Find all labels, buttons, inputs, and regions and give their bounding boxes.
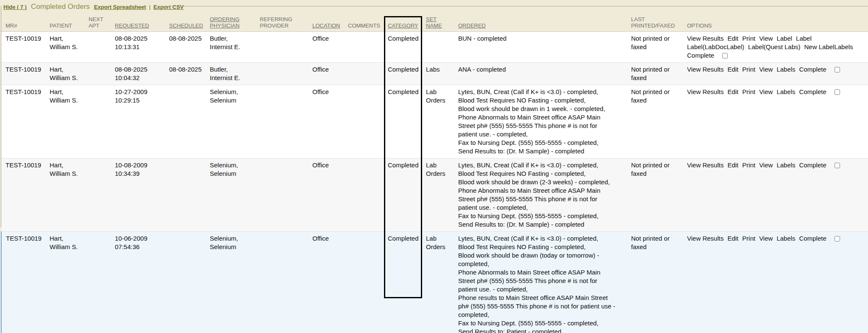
cell-requested: 10-08-200910:34:39 bbox=[112, 158, 167, 231]
option-view[interactable]: View bbox=[759, 235, 773, 242]
cell-patient: Hart,William S. bbox=[47, 62, 86, 85]
cell-category: Completed bbox=[385, 62, 423, 85]
cell-mr: TEST-10019 bbox=[1, 31, 47, 62]
option-complete[interactable]: Complete bbox=[687, 52, 714, 59]
cell-category: Completed bbox=[385, 158, 423, 231]
cell-last-printed: Not printed or faxed bbox=[629, 85, 684, 158]
completed-orders-page: Hide ( 7 ) Completed Orders Export Sprea… bbox=[0, 0, 868, 333]
cell-set-name bbox=[423, 31, 456, 62]
cell-location: Office bbox=[310, 85, 345, 158]
cell-category: Completed bbox=[385, 231, 423, 333]
cell-referring-provider bbox=[257, 85, 310, 158]
complete-checkbox[interactable] bbox=[835, 163, 840, 168]
option-view[interactable]: View bbox=[759, 161, 773, 169]
column-header-category[interactable]: CATEGORY bbox=[385, 13, 423, 31]
order-row: TEST-10019Hart,William S.10-08-200910:34… bbox=[1, 158, 868, 231]
title-separator: | bbox=[149, 4, 150, 10]
cell-ordering-physician: Selenium,Selenium bbox=[207, 158, 257, 231]
column-header-scheduled[interactable]: SCHEDULED bbox=[167, 13, 207, 31]
option-label-quest-labs[interactable]: Label(Quest Labs) bbox=[748, 43, 800, 50]
option-labels[interactable]: Labels bbox=[776, 161, 795, 169]
cell-ordering-physician: Butler,Internist E. bbox=[207, 62, 257, 85]
option-label-labdoclabel[interactable]: Label(LabDocLabel) bbox=[687, 43, 744, 50]
option-print[interactable]: Print bbox=[742, 66, 755, 73]
option-print[interactable]: Print bbox=[742, 235, 755, 242]
option-view[interactable]: View bbox=[759, 66, 773, 73]
cell-patient: Hart,William S. bbox=[47, 231, 86, 333]
option-edit[interactable]: Edit bbox=[727, 88, 738, 95]
option-new-labellabels[interactable]: New LabelLabels bbox=[804, 43, 853, 50]
hide-toggle-link[interactable]: Hide ( 7 ) bbox=[3, 4, 27, 10]
complete-checkbox[interactable] bbox=[835, 236, 840, 241]
cell-next-apt bbox=[86, 158, 112, 231]
complete-checkbox[interactable] bbox=[722, 53, 728, 58]
cell-set-name: Lab Orders bbox=[423, 85, 456, 158]
option-view-results[interactable]: View Results bbox=[687, 161, 723, 169]
option-label[interactable]: Label bbox=[776, 35, 792, 42]
column-header-options: OPTIONS bbox=[684, 13, 868, 31]
option-view[interactable]: View bbox=[759, 35, 773, 42]
column-header-ordered[interactable]: ORDERED bbox=[456, 13, 629, 31]
option-label[interactable]: Label bbox=[796, 35, 812, 42]
export-csv-link[interactable]: Export CSV bbox=[153, 4, 184, 10]
cell-last-printed: Not printed or faxed bbox=[629, 231, 684, 333]
column-header-patient: PATIENT bbox=[47, 13, 86, 31]
header-row: MR#PATIENTNEXTAPTREQUESTEDSCHEDULEDORDER… bbox=[1, 13, 868, 31]
column-header-referring-provider: REFERRINGPROVIDER bbox=[257, 13, 310, 31]
option-complete[interactable]: Complete bbox=[799, 235, 826, 242]
cell-next-apt bbox=[86, 231, 112, 333]
option-labels[interactable]: Labels bbox=[776, 235, 795, 242]
cell-patient: Hart,William S. bbox=[47, 85, 86, 158]
option-complete[interactable]: Complete bbox=[799, 88, 826, 95]
cell-mr: TEST-10019 bbox=[1, 62, 47, 85]
column-header-location[interactable]: LOCATION bbox=[310, 13, 345, 31]
cell-ordering-physician: Selenium,Selenium bbox=[207, 231, 257, 333]
option-print[interactable]: Print bbox=[742, 88, 755, 95]
cell-referring-provider bbox=[257, 158, 310, 231]
cell-options: View ResultsEditPrintViewLabelsComplete bbox=[684, 231, 868, 333]
order-row: TEST-10019Hart,William S.10-27-200910:29… bbox=[1, 85, 868, 158]
column-header-next-apt: NEXTAPT bbox=[86, 13, 112, 31]
cell-comments bbox=[345, 31, 385, 62]
column-header-last-printed-faxed: LASTPRINTED/FAXED bbox=[629, 13, 684, 31]
cell-scheduled: 08-08-2025 bbox=[167, 62, 207, 85]
complete-checkbox[interactable] bbox=[835, 89, 840, 95]
cell-location: Office bbox=[310, 158, 345, 231]
cell-scheduled: 08-08-2025 bbox=[167, 31, 207, 62]
option-complete[interactable]: Complete bbox=[799, 66, 826, 73]
complete-checkbox[interactable] bbox=[835, 67, 840, 72]
cell-last-printed: Not printed or faxed bbox=[629, 62, 684, 85]
column-header-set-name[interactable]: SETNAME bbox=[423, 13, 456, 31]
cell-referring-provider bbox=[257, 231, 310, 333]
completed-orders-table: MR#PATIENTNEXTAPTREQUESTEDSCHEDULEDORDER… bbox=[1, 13, 868, 333]
fieldset-left-border bbox=[1, 6, 1, 228]
cell-scheduled bbox=[167, 158, 207, 231]
cell-next-apt bbox=[86, 31, 112, 62]
cell-ordered: Lytes, BUN, Creat (Call if K+ is <3.0) -… bbox=[456, 158, 629, 231]
export-spreadsheet-link[interactable]: Export Spreadsheet bbox=[94, 4, 146, 10]
titlebar: Hide ( 7 ) Completed Orders Export Sprea… bbox=[0, 0, 868, 13]
option-edit[interactable]: Edit bbox=[727, 66, 738, 73]
option-edit[interactable]: Edit bbox=[727, 235, 738, 242]
option-view-results[interactable]: View Results bbox=[687, 35, 723, 42]
option-edit[interactable]: Edit bbox=[727, 161, 738, 169]
cell-referring-provider bbox=[257, 31, 310, 62]
cell-patient: Hart,William S. bbox=[47, 158, 86, 231]
option-view-results[interactable]: View Results bbox=[687, 88, 723, 95]
option-view-results[interactable]: View Results bbox=[687, 235, 723, 242]
option-view-results[interactable]: View Results bbox=[687, 66, 723, 73]
option-complete[interactable]: Complete bbox=[799, 161, 826, 169]
column-header-requested[interactable]: REQUESTED bbox=[112, 13, 167, 31]
option-view[interactable]: View bbox=[759, 88, 773, 95]
cell-comments bbox=[345, 85, 385, 158]
cell-comments bbox=[345, 231, 385, 333]
column-header-ordering-physician[interactable]: ORDERINGPHYSICIAN bbox=[207, 13, 257, 31]
cell-last-printed: Not printed or faxed bbox=[629, 31, 684, 62]
option-print[interactable]: Print bbox=[742, 161, 755, 169]
option-edit[interactable]: Edit bbox=[727, 35, 738, 42]
option-print[interactable]: Print bbox=[742, 35, 755, 42]
option-labels[interactable]: Labels bbox=[776, 66, 795, 73]
option-labels[interactable]: Labels bbox=[776, 88, 795, 95]
order-row: TEST-10019Hart,William S.08-08-202510:04… bbox=[1, 62, 868, 85]
cell-mr: TEST-10019 bbox=[1, 231, 47, 333]
